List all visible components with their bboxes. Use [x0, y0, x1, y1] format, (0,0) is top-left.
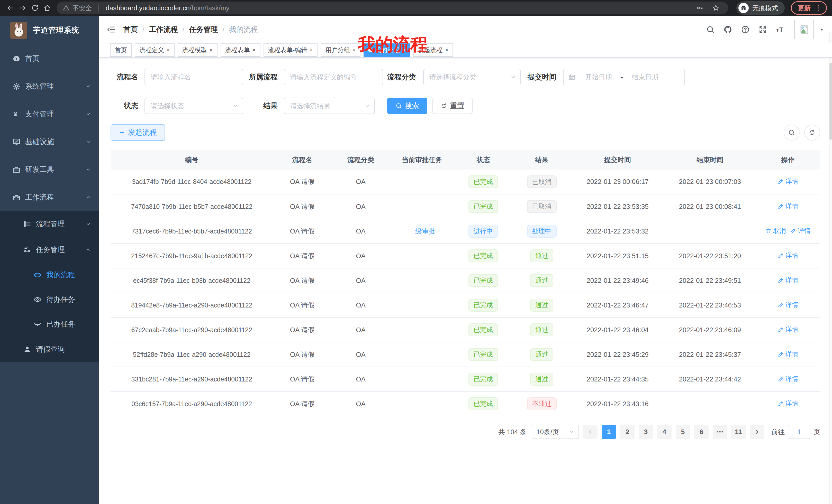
- browser-update-button[interactable]: 更新: [791, 1, 827, 15]
- chevron-down-icon: [85, 167, 91, 172]
- status-select[interactable]: [145, 97, 243, 114]
- next-page-button[interactable]: [750, 425, 764, 439]
- page-size-select[interactable]: 10条/页: [532, 425, 579, 439]
- sidebar-collapse-icon[interactable]: [107, 25, 116, 34]
- result-select-input[interactable]: [284, 97, 375, 114]
- password-key-icon[interactable]: [694, 2, 706, 14]
- sidebar-item-infra[interactable]: 基础设施: [0, 128, 99, 156]
- browser-menu-icon[interactable]: [812, 2, 825, 14]
- page-ellipsis[interactable]: ⋯: [713, 425, 727, 439]
- tab-我的流程[interactable]: 我的流程×: [364, 44, 410, 57]
- detail-action-link[interactable]: 详情: [778, 276, 798, 284]
- cell-end-time: 2022-01-22 23:51:20: [664, 244, 756, 268]
- browser-back-icon[interactable]: [4, 2, 17, 14]
- logo-image: [10, 22, 27, 39]
- github-icon[interactable]: [724, 25, 732, 34]
- column-header: 状态: [454, 150, 513, 170]
- tab-流程表单-编辑[interactable]: 流程表单-编辑×: [263, 44, 318, 57]
- close-icon[interactable]: ×: [166, 47, 170, 53]
- current-task-link[interactable]: 一级审批: [409, 227, 435, 235]
- address-bar[interactable]: 不安全 dashboard.yudao.iocoder.cn/bpm/task/…: [57, 2, 728, 15]
- sidebar-item-home[interactable]: 首页: [0, 45, 99, 73]
- browser-reload-icon[interactable]: [29, 2, 41, 14]
- tab-流程定义[interactable]: 流程定义×: [135, 44, 175, 57]
- close-icon[interactable]: ×: [210, 47, 213, 53]
- user-avatar[interactable]: [795, 20, 814, 39]
- search-button[interactable]: 搜索: [387, 97, 427, 114]
- page-button-3[interactable]: 3: [639, 425, 653, 439]
- sidebar-item-task-mgmt[interactable]: 任务管理: [0, 237, 99, 262]
- browser-home-icon[interactable]: [41, 2, 53, 14]
- definition-input[interactable]: [284, 69, 383, 85]
- security-warning-icon[interactable]: [63, 5, 70, 11]
- detail-action-link[interactable]: 详情: [778, 399, 798, 408]
- tab-发起流程[interactable]: 发起流程×: [413, 44, 453, 57]
- tab-流程模型[interactable]: 流程模型×: [178, 44, 217, 57]
- sidebar-item-dev-tools[interactable]: 研发工具: [0, 156, 99, 184]
- fullscreen-icon[interactable]: [758, 25, 767, 34]
- cell-submit-time: 2022-01-22 23:43:16: [571, 391, 664, 416]
- detail-action-link[interactable]: 详情: [778, 202, 798, 211]
- detail-action-link[interactable]: 详情: [778, 301, 798, 309]
- table-refresh-button[interactable]: [804, 124, 820, 141]
- status-select-input[interactable]: [145, 97, 243, 114]
- sidebar-item-payment[interactable]: ¥支付管理: [0, 100, 99, 128]
- delete-icon: [765, 228, 772, 234]
- bookmark-star-icon[interactable]: [710, 2, 722, 14]
- detail-action-link[interactable]: 详情: [778, 350, 798, 358]
- create-process-button[interactable]: 发起流程: [110, 124, 165, 141]
- breadcrumb-item[interactable]: 任务管理: [189, 25, 218, 34]
- avatar-caret-icon[interactable]: [818, 26, 825, 33]
- page-button-5[interactable]: 5: [676, 425, 690, 439]
- scrollbar[interactable]: [829, 32, 832, 504]
- sidebar-item-todo-task[interactable]: 待办任务: [0, 287, 99, 312]
- detail-action-link[interactable]: 详情: [778, 325, 798, 334]
- sidebar-item-my-process[interactable]: 我的流程: [0, 262, 99, 287]
- cell-actions: 详情: [756, 268, 820, 293]
- start-date-input[interactable]: [577, 73, 620, 82]
- detail-action-link[interactable]: 详情: [778, 177, 798, 186]
- prev-page-button[interactable]: [583, 425, 598, 439]
- category-select[interactable]: [423, 69, 521, 85]
- reset-button[interactable]: 重置: [433, 97, 473, 114]
- close-icon[interactable]: ×: [353, 47, 356, 53]
- detail-action-link[interactable]: 详情: [778, 374, 798, 383]
- submit-time-range[interactable]: -: [563, 69, 685, 85]
- page-button-4[interactable]: 4: [657, 425, 672, 439]
- sidebar-item-system[interactable]: 系统管理: [0, 73, 99, 100]
- close-icon[interactable]: ×: [253, 47, 256, 53]
- table-search-toggle-button[interactable]: [784, 124, 800, 141]
- page-button-2[interactable]: 2: [620, 425, 634, 439]
- help-icon[interactable]: [741, 25, 750, 34]
- close-icon[interactable]: ×: [402, 47, 406, 53]
- process-name-input[interactable]: [145, 69, 243, 85]
- close-icon[interactable]: ×: [445, 47, 448, 53]
- breadcrumb-item[interactable]: 首页: [123, 25, 138, 34]
- detail-action-link[interactable]: 详情: [778, 251, 798, 260]
- header-search-icon[interactable]: [706, 25, 715, 34]
- cell-process-name: OA 请假: [273, 219, 332, 244]
- tab-流程表单[interactable]: 流程表单×: [220, 44, 260, 57]
- sidebar-item-workflow[interactable]: 工作流程: [0, 184, 99, 211]
- browser-forward-icon[interactable]: [17, 2, 29, 14]
- sidebar-item-done-task[interactable]: 已办任务: [0, 312, 99, 337]
- page-button-1[interactable]: 1: [602, 425, 616, 439]
- font-size-icon[interactable]: TT: [776, 25, 785, 34]
- page-button-6[interactable]: 6: [694, 425, 709, 439]
- page-button-11[interactable]: 11: [731, 425, 746, 439]
- app-logo[interactable]: 芋道管理系统: [0, 16, 99, 45]
- category-select-input[interactable]: [423, 69, 521, 85]
- robot-icon: [33, 271, 42, 279]
- breadcrumb-item[interactable]: 工作流程: [149, 25, 178, 34]
- end-date-input[interactable]: [624, 73, 666, 82]
- tab-用户分组[interactable]: 用户分组×: [321, 44, 361, 57]
- status-badge: 已完成: [468, 175, 498, 188]
- tab-首页[interactable]: 首页: [110, 44, 132, 57]
- detail-action-link[interactable]: 详情: [790, 227, 811, 235]
- sidebar-item-leave-query[interactable]: 请假查询: [0, 337, 99, 362]
- sidebar-item-process-mgmt[interactable]: 流程管理: [0, 211, 99, 237]
- goto-page-input[interactable]: [788, 425, 810, 439]
- result-select[interactable]: [284, 97, 375, 114]
- close-icon[interactable]: ×: [310, 47, 313, 53]
- cancel-action-link[interactable]: 取消: [765, 227, 786, 235]
